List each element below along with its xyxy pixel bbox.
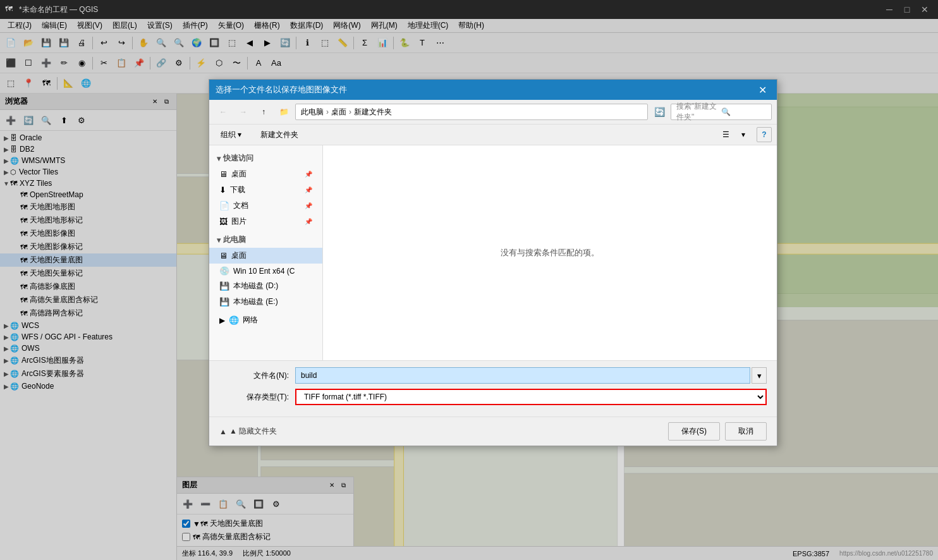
dialog-bottom: 文件名(N): ▾ 保存类型(T): TIFF format (*.tiff *… [209,360,777,417]
network-label: 网络 [243,315,258,326]
dialog-title: 选择一个文件名以保存地图图像文件 [216,84,754,95]
dialog-back-button[interactable]: ← [214,104,232,120]
pin-icon-1: 📌 [305,171,312,178]
new-folder-button[interactable]: 新建文件夹 [253,128,306,142]
thispc-label: 此电脑 [223,234,246,245]
quick-access-expand: ▾ [217,154,221,163]
filename-row: 文件名(N): ▾ [219,367,767,384]
leftnav-win10[interactable]: 💿 Win 10 Ent x64 (C [209,264,322,278]
dialog-leftnav: ▾ 快速访问 🖥 桌面 📌 ⬇ 下载 📌 [209,145,323,360]
action-buttons: 保存(S) 取消 [668,422,767,441]
quick-access-label: 快速访问 [223,153,253,164]
leftnav-disk-e[interactable]: 💾 本地磁盘 (E:) [209,294,322,310]
thispc-group: ▾ 此电脑 🖥 桌面 💿 Win 10 Ent x64 (C 💾 [209,232,322,310]
dialog-search-box[interactable]: 搜索"新建文件夹" 🔍 [671,104,772,120]
empty-message: 没有与搜索条件匹配的项。 [501,247,599,259]
path-part-desktop: 桌面 [331,107,346,118]
dialog-forward-button[interactable]: → [234,104,252,120]
dialog-help-button[interactable]: ? [757,127,772,142]
filename-input[interactable] [295,367,750,384]
quick-access-group: ▾ 快速访问 🖥 桌面 📌 ⬇ 下载 📌 [209,150,322,229]
dialog-address-bar: ← → ↑ 📁 此电脑 › 桌面 › 新建文件夹 🔄 搜索"新建文件夹" 🔍 [209,100,777,125]
hide-folders-label: ▲ 隐藏文件夹 [229,426,277,437]
thispc-expand: ▾ [217,236,221,245]
filename-label: 文件名(N): [219,370,295,381]
save-dialog: 选择一个文件名以保存地图图像文件 ✕ ← → ↑ 📁 此电脑 › 桌面 › 新建… [209,79,777,446]
network-icon: 🌐 [229,315,239,325]
search-icon: 🔍 [721,107,766,116]
pictures-icon: 🖼 [219,217,228,226]
qgis-window: 🗺 *未命名的工程 — QGIS ─ □ ✕ 工程(J) 编辑(E) 视图(V)… [0,0,938,560]
view-mode-dropdown[interactable]: ▾ [735,127,752,142]
dialog-address-path[interactable]: 此电脑 › 桌面 › 新建文件夹 [295,104,648,120]
pin-icon-3: 📌 [305,202,312,209]
filetype-select[interactable]: TIFF format (*.tiff *.TIFF) [295,389,767,405]
dialog-body: ▾ 快速访问 🖥 桌面 📌 ⬇ 下载 📌 [209,145,777,360]
cancel-button[interactable]: 取消 [725,422,767,441]
dialog-location-button[interactable]: 📁 [275,104,293,120]
docs-icon: 📄 [219,201,229,210]
filetype-row: 保存类型(T): TIFF format (*.tiff *.TIFF) [219,389,767,405]
dialog-overlay: 选择一个文件名以保存地图图像文件 ✕ ← → ↑ 📁 此电脑 › 桌面 › 新建… [0,0,938,560]
leftnav-network[interactable]: ▶ 🌐 网络 [209,312,322,328]
cdrom-icon: 💿 [219,266,229,276]
network-group: ▶ 🌐 网络 [209,312,322,328]
dialog-actions: ▲ ▲ 隐藏文件夹 保存(S) 取消 [209,417,777,446]
leftnav-pictures[interactable]: 🖼 图片 📌 [209,214,322,229]
save-button[interactable]: 保存(S) [668,422,720,441]
filetype-label: 保存类型(T): [219,392,295,403]
desktop-icon: 🖥 [219,169,228,179]
view-mode-button[interactable]: ☰ [717,127,734,142]
organize-button[interactable]: 组织 ▾ [214,128,248,142]
hide-folders-button[interactable]: ▲ ▲ 隐藏文件夹 [219,426,277,437]
pin-icon-4: 📌 [305,218,312,225]
filename-dropdown[interactable]: ▾ [752,367,767,384]
dialog-up-button[interactable]: ↑ [255,104,272,120]
leftnav-desktop-pc[interactable]: 🖥 桌面 [209,248,322,264]
disk-e-icon: 💾 [219,297,229,307]
disk-d-icon: 💾 [219,281,229,291]
hide-folders-icon: ▲ [219,427,227,436]
dialog-refresh-button[interactable]: 🔄 [650,104,668,120]
dialog-close-button[interactable]: ✕ [754,82,770,98]
path-part-pc: 此电脑 [301,107,324,118]
leftnav-desktop-quick[interactable]: 🖥 桌面 📌 [209,166,322,182]
quick-access-header: ▾ 快速访问 [209,150,322,166]
view-buttons: ☰ ▾ [717,127,752,142]
dialog-titlebar: 选择一个文件名以保存地图图像文件 ✕ [209,80,777,100]
path-part-newfolder: 新建文件夹 [354,107,392,118]
pin-icon-2: 📌 [305,186,312,193]
network-expand: ▶ [219,316,225,325]
download-icon: ⬇ [219,185,226,195]
leftnav-downloads[interactable]: ⬇ 下载 📌 [209,182,322,198]
dialog-content: 没有与搜索条件匹配的项。 [323,145,777,360]
leftnav-disk-d[interactable]: 💾 本地磁盘 (D:) [209,278,322,294]
desktop-icon-2: 🖥 [219,251,228,260]
dialog-search-placeholder: 搜索"新建文件夹" [676,101,721,123]
leftnav-documents[interactable]: 📄 文档 📌 [209,198,322,214]
thispc-header: ▾ 此电脑 [209,232,322,248]
dialog-toolbar: 组织 ▾ 新建文件夹 ☰ ▾ ? [209,125,777,145]
